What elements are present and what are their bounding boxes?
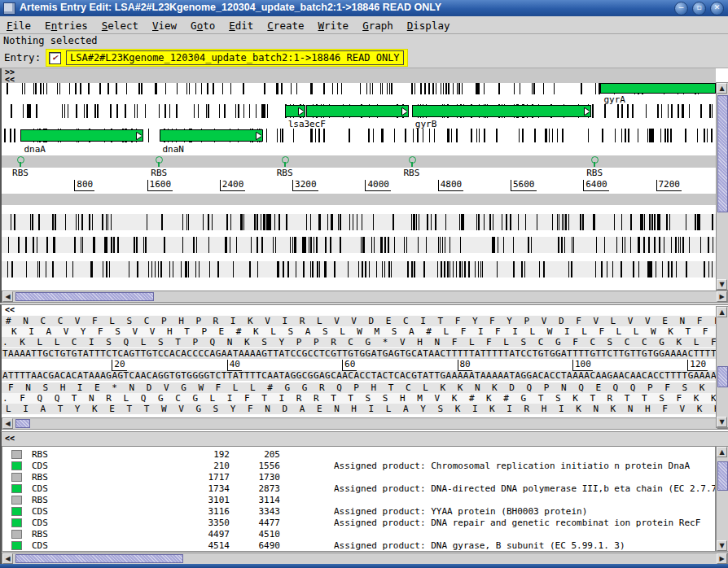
stop-codon-tick	[66, 261, 67, 277]
rbs-marker-icon[interactable]	[282, 156, 289, 164]
aa-frame-1[interactable]: # N C C V F L S C P H P R I K V I R L V …	[2, 316, 716, 326]
feature-list-row[interactable]: RBS31013114	[2, 494, 716, 505]
menu-graph[interactable]: Graph	[362, 20, 393, 32]
stop-codon-tick	[282, 129, 283, 142]
scroll-right-button[interactable]: ▶	[717, 291, 727, 302]
scrollbar-overview-vertical[interactable]: ▲▼	[716, 82, 728, 291]
aa-frame-3[interactable]: . K L L C I S Q L S T P Q N K S Y P P R …	[2, 337, 716, 347]
menu-create[interactable]: Create	[267, 20, 304, 32]
feature-gyrB[interactable]	[412, 105, 592, 117]
stop-codon-row[interactable]	[2, 237, 716, 253]
scroll-up-button[interactable]: ▲	[717, 83, 727, 94]
scroll-thumb[interactable]	[15, 554, 183, 563]
scroll-up-button[interactable]: ▲	[717, 447, 727, 457]
scroll-down-button[interactable]: ▼	[717, 540, 727, 551]
scroll-thumb[interactable]	[717, 95, 728, 212]
stop-codon-tick	[69, 83, 70, 94]
feature-dnaN[interactable]	[160, 129, 263, 142]
feature-arrow-icon	[585, 108, 590, 115]
rbs-marker-icon[interactable]	[409, 156, 416, 164]
sequence-panel-chevron[interactable]: <<	[5, 306, 15, 314]
aa-frame-minus-3[interactable]: L I A T Y K E T T W V G S Y F N D A E N …	[2, 404, 716, 414]
stop-codon-tick	[464, 261, 466, 277]
stop-codon-tick	[257, 214, 258, 230]
stop-codon-tick	[513, 237, 514, 253]
scroll-thumb[interactable]	[15, 419, 30, 428]
stop-codon-tick	[222, 83, 223, 94]
stop-codon-tick	[136, 237, 138, 253]
scrollbar-sequence-horizontal[interactable]: ◀▶	[2, 417, 728, 430]
scroll-thumb[interactable]	[717, 366, 728, 387]
feature-lsa3[interactable]	[285, 105, 305, 117]
stop-codon-tick	[602, 129, 603, 142]
stop-codon-tick	[26, 261, 27, 277]
stop-codon-tick	[310, 83, 311, 94]
dna-reverse-strand[interactable]: ATTTTAACGACACATAAAGAGTCAACAGGTGTGGGGTCTT…	[2, 370, 716, 381]
feature-list-row[interactable]: CDS17342873Assigned product: DNA-directe…	[2, 483, 716, 494]
sequence-scale-tick: 120	[687, 360, 708, 371]
feature-list-row[interactable]: CDS45146490Assigned product: DNA gyrase,…	[2, 540, 716, 552]
scroll-thumb[interactable]	[15, 292, 154, 301]
aa-frame-minus-1[interactable]: F N S H I E * N D V G W F L L # G G R Q …	[2, 382, 716, 393]
overview-scale-tick: 6400	[583, 180, 609, 191]
stop-codon-tick	[15, 214, 15, 230]
scroll-up-button[interactable]: ▲	[717, 307, 727, 317]
scroll-left-button[interactable]: ◀	[2, 553, 13, 564]
overview-scale-tick: 2400	[220, 180, 246, 191]
close-button[interactable]: ✕	[710, 2, 724, 15]
scrollbar-list-vertical[interactable]: ▲▼	[716, 446, 728, 552]
stop-codon-tick	[78, 214, 79, 230]
stop-codon-tick	[312, 83, 313, 94]
stop-codon-tick	[318, 261, 318, 277]
feature-list-chevron[interactable]: <<	[5, 435, 15, 443]
scroll-left-button[interactable]: ◀	[2, 418, 13, 429]
stop-codon-row[interactable]	[2, 214, 716, 230]
menu-display[interactable]: Display	[407, 20, 450, 32]
feature-dnaA[interactable]	[20, 129, 143, 142]
feature-list-row[interactable]: RBS17171730	[2, 471, 716, 483]
feature-list-row[interactable]: RBS192205	[2, 448, 716, 460]
scroll-thumb[interactable]	[717, 461, 728, 491]
menu-select[interactable]: Select	[102, 20, 138, 32]
scroll-down-button[interactable]: ▼	[717, 279, 727, 290]
feature-list-row[interactable]: CDS33504477Assigned product: DNA repair …	[2, 518, 716, 529]
entry-checkbox[interactable]: ✔	[49, 52, 61, 64]
stop-codon-tick	[39, 261, 40, 277]
stop-codon-tick	[376, 261, 377, 277]
feature-list-row[interactable]: RBS44974510	[2, 529, 716, 540]
minimize-button[interactable]: −	[674, 2, 688, 15]
feature-ecF[interactable]	[306, 105, 409, 117]
feature-list-row[interactable]: CDS2101556Assigned product: Chromosomal …	[2, 460, 716, 471]
scroll-right-button[interactable]: ▶	[717, 553, 727, 564]
menu-view[interactable]: View	[152, 20, 177, 32]
maximize-button[interactable]: ▫	[692, 2, 706, 15]
entry-name-button[interactable]: LSA#2#L23Kgenome_120304_update_batch2:1-…	[66, 50, 404, 65]
feature-list-row[interactable]: CDS31163343Assigned product: YYAA protei…	[2, 506, 716, 518]
scroll-down-button[interactable]: ▼	[717, 417, 727, 427]
menu-file[interactable]: File	[7, 20, 31, 32]
scrollbar-sequence-vertical[interactable]: ▲▼	[716, 306, 728, 428]
aa-frame-minus-2[interactable]: . F Q Q T N R L Q G C G L I F T I R R T …	[2, 393, 716, 404]
scrollbar-list-horizontal[interactable]: ◀▶	[2, 553, 728, 565]
stop-codon-tick	[621, 104, 623, 118]
scroll-left-button[interactable]: ◀	[2, 291, 13, 302]
menu-write[interactable]: Write	[318, 20, 349, 32]
aa-frame-2[interactable]: K I A V Y F S V V H T P E # K L S A S L …	[2, 326, 716, 337]
stop-codon-tick	[444, 261, 445, 277]
stop-codon-tick	[664, 237, 664, 253]
stop-codon-tick	[633, 261, 634, 277]
dna-forward-strand[interactable]: TAAAATTGCTGTGTATTTCTCAGTTGTCCACACCCCAGAA…	[2, 348, 716, 359]
scrollbar-overview-horizontal[interactable]: ◀▶	[2, 291, 728, 303]
stop-codon-tick	[659, 214, 660, 230]
feature-gyrA[interactable]	[600, 83, 716, 94]
stop-codon-tick	[316, 237, 318, 253]
stop-codon-tick	[561, 237, 563, 253]
stop-codon-tick	[475, 261, 476, 277]
menu-goto[interactable]: Goto	[191, 20, 215, 32]
stop-codon-row[interactable]	[2, 261, 716, 277]
stop-codon-tick	[371, 237, 372, 253]
rbs-label: RBS	[277, 168, 293, 177]
menu-edit[interactable]: Edit	[229, 20, 253, 32]
menu-entries[interactable]: Entries	[45, 20, 88, 32]
stop-codon-tick	[660, 214, 660, 230]
